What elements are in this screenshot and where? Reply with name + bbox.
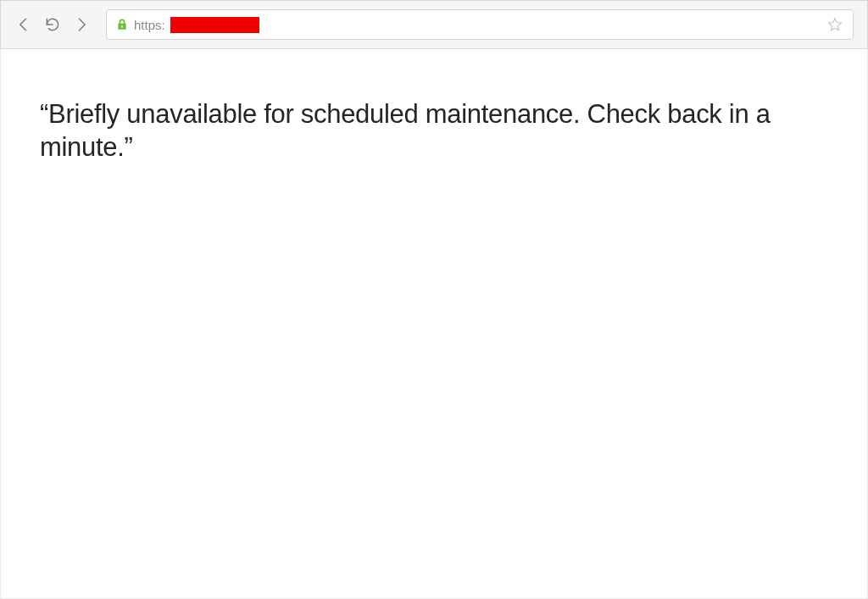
arrow-right-icon bbox=[73, 16, 90, 33]
url-redacted-block bbox=[170, 17, 259, 33]
forward-button[interactable] bbox=[72, 15, 91, 34]
arrow-left-icon bbox=[15, 16, 32, 33]
reload-icon bbox=[44, 16, 61, 33]
url-protocol: https: bbox=[134, 18, 165, 32]
nav-buttons-group bbox=[14, 15, 91, 34]
browser-toolbar: https: bbox=[0, 0, 868, 49]
lock-icon bbox=[115, 17, 129, 32]
reload-button[interactable] bbox=[43, 15, 62, 34]
page-body: “Briefly unavailable for scheduled maint… bbox=[0, 49, 868, 599]
back-button[interactable] bbox=[14, 15, 33, 34]
star-icon bbox=[826, 16, 843, 33]
bookmark-button[interactable] bbox=[826, 15, 844, 34]
maintenance-message: “Briefly unavailable for scheduled maint… bbox=[40, 98, 828, 164]
address-bar[interactable]: https: bbox=[106, 9, 854, 40]
